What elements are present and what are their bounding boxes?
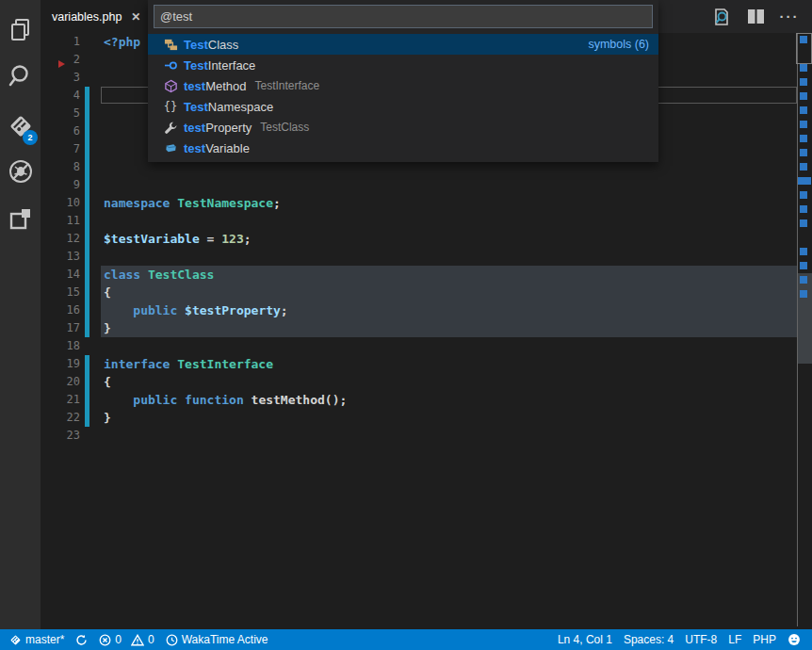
explorer-icon[interactable] (0, 11, 41, 49)
clock-icon (166, 634, 178, 646)
ruler-modified-mark (800, 135, 807, 142)
variable-symbol-icon (163, 140, 178, 155)
git-modified-gutter (85, 301, 89, 319)
code-text: public $testProperty; (104, 301, 288, 319)
eol-item[interactable]: LF (723, 629, 747, 650)
git-modified-gutter (85, 105, 89, 122)
scm-badge: 2 (23, 130, 38, 145)
code-line-10[interactable]: 10namespace TestNamespace; (41, 194, 797, 212)
tab-variables-php[interactable]: variables.php ✕ (41, 0, 158, 33)
symbol-row-testvariable[interactable]: testVariable (148, 138, 658, 158)
line-number: 7 (41, 140, 80, 158)
line-number: 13 (41, 248, 80, 266)
problems-item[interactable]: 0 0 (93, 629, 159, 650)
git-modified-gutter (85, 355, 89, 373)
branch-label: master* (25, 633, 64, 646)
error-icon (99, 634, 111, 646)
code-line-14[interactable]: 14class TestClass (41, 266, 797, 284)
code-line-11[interactable]: 11 (41, 212, 797, 230)
code-line-21[interactable]: 21 public function testMethod(); (41, 391, 797, 409)
code-line-12[interactable]: 12$testVariable = 123; (41, 230, 797, 248)
code-line-20[interactable]: 20{ (41, 373, 797, 391)
more-actions-icon[interactable]: ··· (780, 8, 799, 26)
code-text: $testVariable = 123; (104, 230, 252, 248)
warning-icon (131, 634, 144, 646)
quick-open-input[interactable] (160, 9, 646, 24)
extensions-icon[interactable] (0, 200, 41, 237)
git-modified-gutter (85, 319, 89, 337)
ruler-modified-mark (800, 78, 807, 86)
git-modified-gutter (85, 140, 89, 158)
error-marker-icon (58, 60, 65, 68)
symbol-row-testmethod[interactable]: testMethodTestInterface (148, 75, 658, 96)
split-editor-icon[interactable] (746, 8, 765, 26)
symbol-name: testProperty (184, 121, 252, 135)
open-preview-icon[interactable] (712, 8, 731, 26)
code-line-15[interactable]: 15{ (41, 284, 797, 301)
code-line-19[interactable]: 19interface TestInterface (41, 355, 797, 373)
line-number: 20 (41, 373, 80, 391)
sync-icon (75, 634, 88, 646)
encoding-item[interactable]: UTF-8 (679, 629, 723, 650)
git-modified-gutter (85, 212, 89, 230)
indentation-item[interactable]: Spaces: 4 (618, 629, 679, 650)
code-text: namespace TestNamespace; (104, 194, 281, 212)
sync-button[interactable] (70, 629, 93, 650)
vscode-window: 1<?php2345678910namespace TestNamespace;… (0, 0, 812, 650)
language-mode-item[interactable]: PHP (747, 629, 782, 650)
feedback-item[interactable] (782, 629, 806, 650)
debug-icon[interactable] (0, 153, 41, 190)
ruler-modified-mark (800, 92, 807, 100)
code-line-17[interactable]: 17} (41, 319, 797, 337)
code-line-22[interactable]: 22} (41, 409, 797, 427)
line-number: 19 (41, 355, 80, 373)
method-symbol-icon (163, 78, 178, 93)
warning-count: 0 (148, 633, 154, 646)
symbol-row-testproperty[interactable]: testPropertyTestClass (148, 117, 658, 138)
code-text: <?php (104, 33, 140, 51)
symbol-row-testclass[interactable]: TestClasssymbols (6) (148, 34, 658, 55)
wakatime-item[interactable]: WakaTime Active (160, 629, 274, 650)
encoding: UTF-8 (685, 633, 717, 646)
line-number: 18 (41, 337, 80, 355)
property-symbol-icon (163, 120, 178, 135)
ruler-modified-mark (800, 106, 807, 114)
symbol-name: TestNamespace (184, 100, 273, 114)
ruler-modified-mark (800, 248, 807, 255)
ruler-modified-mark (800, 262, 807, 269)
line-number: 6 (41, 122, 80, 140)
code-line-9[interactable]: 9 (41, 176, 797, 194)
git-modified-gutter (85, 176, 89, 194)
code-line-18[interactable]: 18 (41, 337, 797, 355)
git-branch-item[interactable]: master* (4, 629, 70, 650)
cursor-position: Ln 4, Col 1 (558, 633, 612, 646)
ruler-modified-mark (800, 276, 807, 284)
symbols-count-badge: symbols (6) (588, 38, 649, 51)
code-text: { (104, 373, 111, 391)
git-branch-icon (9, 634, 22, 646)
git-modified-gutter (85, 87, 89, 105)
code-text: public function testMethod(); (104, 391, 347, 409)
namespace-symbol-icon: {} (163, 99, 178, 114)
ruler-modified-mark (800, 290, 807, 298)
tab-close-icon[interactable]: ✕ (131, 10, 140, 24)
indentation: Spaces: 4 (624, 633, 674, 646)
code-text: interface TestInterface (104, 355, 273, 373)
code-line-13[interactable]: 13 (41, 248, 797, 266)
git-modified-gutter (85, 266, 89, 284)
search-icon[interactable] (0, 57, 41, 94)
symbol-list: TestClasssymbols (6)TestInterfacetestMet… (148, 34, 658, 158)
line-number: 12 (41, 230, 80, 248)
title-actions: ··· (712, 0, 799, 33)
status-bar: master* 0 0 (0, 629, 812, 650)
code-line-23[interactable]: 23 (41, 427, 797, 445)
symbol-row-testnamespace[interactable]: {}TestNamespace (148, 96, 658, 117)
line-number: 17 (41, 319, 80, 337)
code-line-16[interactable]: 16 public $testProperty; (41, 301, 797, 319)
line-number: 11 (41, 212, 80, 230)
symbol-row-testinterface[interactable]: TestInterface (148, 55, 658, 75)
cursor-position-item[interactable]: Ln 4, Col 1 (552, 629, 618, 650)
source-control-icon[interactable]: 2 (0, 107, 41, 145)
ruler-modified-mark (800, 36, 807, 43)
symbol-container: TestInterface (255, 79, 320, 92)
